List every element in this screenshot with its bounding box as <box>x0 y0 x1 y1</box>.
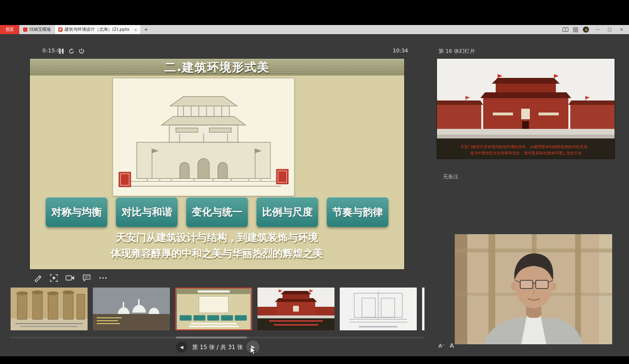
slide-title: 二.建筑环境形式美 <box>30 59 404 75</box>
tab-home[interactable]: 首页 <box>0 25 20 34</box>
slide-thumbnail-6[interactable] <box>422 288 424 330</box>
next-slide-preview: 天安门建筑艺术体现对称型环境的崇尚，从建筑整体到细部装饰的对应关系， 是为中国传… <box>437 59 615 159</box>
thumbnail-scrollbar-thumb[interactable] <box>176 337 247 339</box>
next-slide-caption: 天安门建筑艺术体现对称型环境的崇尚，从建筑整体到细部装饰的对应关系， 是为中国传… <box>437 144 615 156</box>
template-app-icon <box>23 27 27 32</box>
font-larger-button[interactable]: A <box>449 342 454 349</box>
principle-button-proportion: 比例与尺度 <box>257 197 318 227</box>
slide-thumbnail-2[interactable] <box>93 288 170 330</box>
next-slide-caption-line1: 天安门建筑艺术体现对称型环境的崇尚，从建筑整体到细部装饰的对应关系， <box>437 144 615 150</box>
tab-home-label: 首页 <box>5 26 14 33</box>
user-avatar[interactable] <box>583 26 589 33</box>
tab-close-icon[interactable]: × <box>134 27 138 32</box>
powerpoint-icon: P <box>58 27 63 32</box>
principle-button-contrast: 对比与和谐 <box>116 197 178 227</box>
prev-icon: ◀ <box>180 345 183 350</box>
slide-position-label: 第 15 张 / 共 31 张 <box>190 343 245 351</box>
slide-caption: 天安门从建筑设计与结构，到建筑装饰与环境 体现雍容醇厚的中和之美与华丽热烈的辉煌… <box>30 230 404 262</box>
window-controls: — □ × <box>563 25 629 34</box>
pen-icon[interactable] <box>32 272 43 283</box>
camera-icon[interactable] <box>64 272 76 283</box>
current-slide: 二.建筑环境形式美 <box>30 59 404 269</box>
minimize-button[interactable]: — <box>594 25 601 34</box>
mouse-cursor <box>250 346 257 358</box>
restart-icon[interactable] <box>68 48 75 54</box>
principle-button-rhythm: 节奏与韵律 <box>327 197 388 227</box>
speaker-notes: 无备注 <box>443 173 459 180</box>
font-smaller-button[interactable]: A⁻ <box>438 343 445 349</box>
slide-thumbnail-5[interactable] <box>340 288 417 330</box>
power-icon[interactable] <box>78 48 85 54</box>
slide-caption-line1: 天安门从建筑设计与结构，到建筑装饰与环境 <box>30 230 404 246</box>
pause-icon[interactable] <box>58 48 64 54</box>
presenter-webcam-feed <box>455 234 612 344</box>
browser-tab-bar: 首页 找稿宝模板 P 建筑与环境设计（北海）(2).pptx × + <box>0 25 629 34</box>
slide-thumbnail-strip <box>11 288 424 331</box>
clock: 10:34 <box>393 48 408 54</box>
thumbnail-scrollbar-track[interactable] <box>11 337 424 339</box>
slide-thumbnail-1[interactable] <box>11 288 88 330</box>
more-options-icon[interactable] <box>97 272 108 283</box>
close-button[interactable]: × <box>618 25 625 34</box>
new-tab-button[interactable]: + <box>141 25 151 34</box>
slide-caption-line2: 体现雍容醇厚的中和之美与华丽热烈的辉煌之美 <box>30 246 404 262</box>
screen: 首页 找稿宝模板 P 建筑与环境设计（北海）(2).pptx × + <box>0 0 629 364</box>
next-slide-header: 第 16 张幻灯片 <box>438 48 475 55</box>
annotation-toolbar <box>32 272 108 283</box>
principle-buttons-row: 对称与均衡 对比与和谐 变化与统一 比例与尺度 节奏与韵律 <box>30 197 404 227</box>
slide-thumbnail-4[interactable] <box>257 288 334 330</box>
tab-presentation[interactable]: P 建筑与环境设计（北海）(2).pptx × <box>55 25 141 34</box>
tab-template[interactable]: 找稿宝模板 <box>20 25 55 34</box>
grid-view-icon[interactable] <box>573 27 578 32</box>
split-view-icon[interactable] <box>563 27 568 32</box>
comment-icon[interactable] <box>81 272 92 283</box>
tab-presentation-label: 建筑与环境设计（北海）(2).pptx <box>64 26 129 33</box>
principle-button-unity: 变化与统一 <box>186 197 248 227</box>
tiananmen-engraving-image <box>113 78 295 196</box>
tab-template-label: 找稿宝模板 <box>29 26 51 33</box>
principle-button-symmetry: 对称与均衡 <box>46 197 107 227</box>
next-slide-caption-line2: 是为中国传统文化和审美理念，形式美原则在整体环境上无处不在 <box>437 150 615 156</box>
previous-slide-button[interactable]: ◀ <box>176 341 187 352</box>
restore-button[interactable]: □ <box>606 25 613 34</box>
laser-pointer-icon[interactable] <box>48 272 59 283</box>
notes-font-controls: A⁻ A <box>438 342 454 349</box>
slide-thumbnail-3-active[interactable] <box>175 288 252 330</box>
